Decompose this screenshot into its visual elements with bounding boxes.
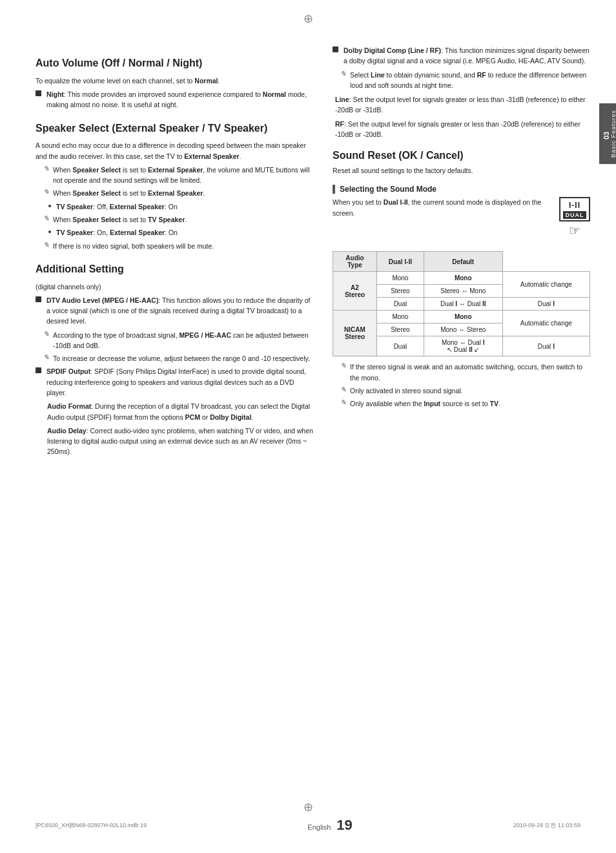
dolby-text: Dolby Digital Comp (Line / RF): This fun… bbox=[344, 45, 590, 67]
table-header-default: Default bbox=[424, 252, 502, 272]
table-note-3: ✎ Only available when the Input source i… bbox=[340, 398, 590, 409]
sub-bullet-dot-2 bbox=[48, 231, 51, 233]
a2-mono-type: Mono bbox=[377, 272, 424, 285]
bullet-sq-icon-2 bbox=[36, 296, 41, 302]
footer-language: English bbox=[307, 823, 331, 831]
subsection-bar bbox=[333, 185, 335, 194]
crosshair-top-icon: ⊕ bbox=[303, 12, 313, 26]
sound-reset-title: Sound Reset (OK / Cancel) bbox=[333, 150, 590, 161]
note-icon-1: ✎ bbox=[43, 165, 49, 173]
dtv-note-2-text: To increase or decrease the volume, adju… bbox=[53, 353, 310, 364]
a2-stereo-header: A2Stereo bbox=[333, 272, 377, 311]
speaker-note-1: ✎ When Speaker Select is set to External… bbox=[43, 165, 313, 186]
nicam-stereo-header: NICAMStereo bbox=[333, 311, 377, 356]
bullet-sq-icon-4 bbox=[333, 46, 338, 52]
dolby-note-text: Select Line to obtain dynamic sound, and… bbox=[350, 70, 590, 91]
auto-volume-intro: To equalize the volume level on each cha… bbox=[36, 76, 313, 86]
content-area: Auto Volume (Off / Normal / Night) To eq… bbox=[36, 45, 590, 460]
speaker-note-2: ✎ When Speaker Select is set to External… bbox=[43, 188, 313, 198]
table-note-2-text: Only activated in stereo sound signal. bbox=[350, 385, 463, 396]
night-bullet-text: Night: This mode provides an improved so… bbox=[46, 89, 313, 110]
left-column: Auto Volume (Off / Normal / Night) To eq… bbox=[36, 45, 313, 460]
speaker-select-section: Speaker Select (External Speaker / TV Sp… bbox=[36, 122, 313, 251]
speaker-select-intro: A sound echo may occur due to a differen… bbox=[36, 140, 313, 161]
note-icon-5: ✎ bbox=[43, 330, 49, 338]
sub-bullet-dot-1 bbox=[48, 205, 51, 207]
note-icon-3: ✎ bbox=[43, 214, 49, 223]
note-icon-6: ✎ bbox=[43, 353, 49, 362]
night-bullet: Night: This mode provides an improved so… bbox=[36, 89, 313, 110]
footer: [PC6500_XH]BN68-02807H-02L10.indb 19 Eng… bbox=[0, 817, 616, 834]
speaker-note-4: ✎ If there is no video signal, both spea… bbox=[43, 241, 313, 251]
note-icon-4: ✎ bbox=[43, 241, 49, 249]
side-tab: 03 Basic Features bbox=[599, 103, 616, 164]
sub-bullet-text-1: TV Speaker: Off, External Speaker: On bbox=[56, 201, 178, 212]
audio-format-para: Audio Format: During the reception of a … bbox=[47, 401, 313, 422]
table-row: NICAMStereo Mono Mono Automatic change bbox=[333, 311, 590, 324]
audio-table: AudioType Dual I-II Default A2Stereo Mon… bbox=[333, 251, 590, 356]
nicam-mono-type: Mono bbox=[377, 311, 424, 324]
additional-setting-title: Additional Setting bbox=[36, 263, 313, 276]
side-tab-number: 03 bbox=[602, 132, 610, 139]
tv-speaker-on: TV Speaker: On, External Speaker: On bbox=[48, 227, 313, 238]
speaker-note-3: ✎ When Speaker Select is set to TV Speak… bbox=[43, 214, 313, 225]
dtv-audio-bullet: DTV Audio Level (MPEG / HE-AAC): This fu… bbox=[36, 295, 313, 327]
selecting-sound-mode-title: Selecting the Sound Mode bbox=[333, 185, 590, 194]
a2-stereo-dual: Stereo ↔ Mono bbox=[424, 285, 502, 298]
auto-volume-section: Auto Volume (Off / Normal / Night) To eq… bbox=[36, 57, 313, 110]
bullet-sq-icon bbox=[36, 90, 41, 96]
a2-stereo-type: Stereo bbox=[377, 285, 424, 298]
crosshair-bottom-icon: ⊕ bbox=[303, 800, 313, 814]
dolby-note: ✎ Select Line to obtain dynamic sound, a… bbox=[340, 70, 590, 91]
spdif-text: SPDIF Output: SPDIF (Sony Philips Digita… bbox=[46, 366, 313, 398]
speaker-note-4-text: If there is no video signal, both speake… bbox=[53, 241, 214, 251]
bullet-sq-icon-3 bbox=[36, 367, 41, 373]
dual-icon-box: I-II DUAL bbox=[559, 197, 590, 221]
page: ⊕ 03 Basic Features Auto Volume (Off / N… bbox=[0, 0, 616, 853]
audio-delay-para: Audio Delay: Correct audio-video sync pr… bbox=[47, 426, 313, 457]
footer-right: English 19 bbox=[307, 817, 352, 834]
hand-icon: ☞ bbox=[559, 223, 590, 238]
sound-reset-section: Sound Reset (OK / Cancel) Reset all soun… bbox=[333, 150, 590, 176]
footer-page-number: 19 bbox=[336, 817, 352, 833]
table-header-audio-type: AudioType bbox=[333, 252, 377, 272]
additional-setting-subtitle: (digital channels only) bbox=[36, 282, 313, 292]
dtv-note-2: ✎ To increase or decrease the volume, ad… bbox=[43, 353, 313, 364]
table-row: A2Stereo Mono Mono Automatic change bbox=[333, 272, 590, 285]
line-text: Line: Set the output level for signals g… bbox=[335, 94, 590, 116]
nicam-mono-default: Automatic change bbox=[502, 311, 590, 336]
a2-dual-type: Dual bbox=[377, 298, 424, 311]
footer-date: 2010-09-29 오전 11:03:59 bbox=[513, 821, 580, 830]
sub-bullet-text-2: TV Speaker: On, External Speaker: On bbox=[56, 227, 178, 238]
note-icon-9: ✎ bbox=[340, 385, 346, 394]
a2-mono-dual: Mono bbox=[424, 272, 502, 285]
a2-mono-default: Automatic change bbox=[502, 272, 590, 298]
nicam-dual-default: Dual I bbox=[502, 336, 590, 356]
tv-speaker-off: TV Speaker: Off, External Speaker: On bbox=[48, 201, 313, 212]
dtv-note-1-text: According to the type of broadcast signa… bbox=[53, 330, 313, 351]
nicam-dual-dual: Mono ↔ Dual I↖ Dual II ↙ bbox=[424, 336, 502, 356]
selecting-sound-mode-text: When you set to Dual I-II, the current s… bbox=[333, 197, 590, 218]
nicam-stereo-type: Stereo bbox=[377, 324, 424, 336]
dtv-audio-text: DTV Audio Level (MPEG / HE-AAC): This fu… bbox=[46, 295, 313, 327]
table-note-3-text: Only available when the Input source is … bbox=[350, 398, 500, 409]
dual-label: DUAL bbox=[563, 211, 586, 219]
spdif-bullet: SPDIF Output: SPDIF (Sony Philips Digita… bbox=[36, 366, 313, 398]
rf-text: RF: Set the output level for signals gre… bbox=[335, 119, 590, 140]
footer-file: [PC6500_XH]BN68-02807H-02L10.indb 19 bbox=[36, 822, 147, 828]
speaker-select-title: Speaker Select (External Speaker / TV Sp… bbox=[36, 122, 313, 136]
side-tab-text: Basic Features bbox=[610, 110, 616, 158]
dolby-bullet: Dolby Digital Comp (Line / RF): This fun… bbox=[333, 45, 590, 67]
note-icon-7: ✎ bbox=[340, 70, 346, 78]
note-icon-10: ✎ bbox=[340, 398, 346, 407]
table-header-dual: Dual I-II bbox=[377, 252, 424, 272]
nicam-mono-dual: Mono bbox=[424, 311, 502, 324]
selecting-sound-mode-section: Selecting the Sound Mode I-II DUAL ☞ Whe… bbox=[333, 185, 590, 409]
additional-setting-section: Additional Setting (digital channels onl… bbox=[36, 263, 313, 457]
table-note-1-text: If the stereo signal is weak and an auto… bbox=[350, 362, 590, 383]
a2-dual-dual: Dual I ↔ Dual II bbox=[424, 298, 502, 311]
table-note-1: ✎ If the stereo signal is weak and an au… bbox=[340, 362, 590, 383]
speaker-note-1-text: When Speaker Select is set to External S… bbox=[53, 165, 313, 186]
sound-reset-text: Reset all sound settings to the factory … bbox=[333, 165, 590, 176]
dtv-note-1: ✎ According to the type of broadcast sig… bbox=[43, 330, 313, 351]
